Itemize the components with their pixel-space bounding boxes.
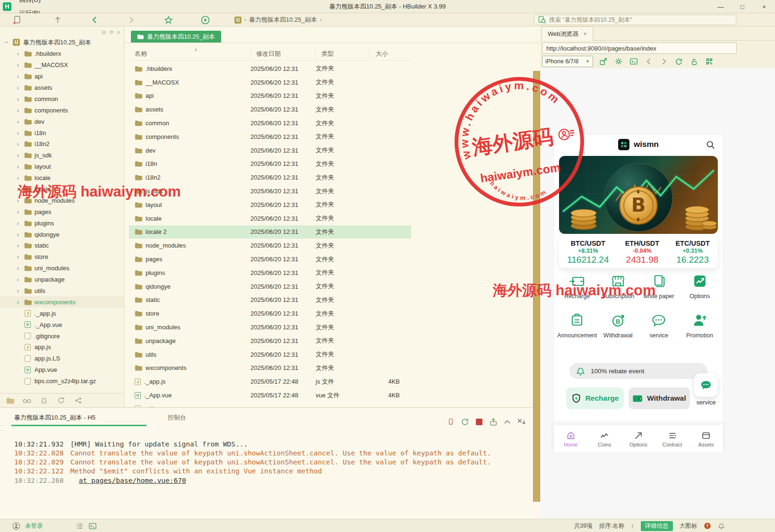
table-row[interactable]: js_sdk2025/06/20 12:31文件夹 — [129, 184, 411, 198]
back-icon[interactable] — [644, 57, 653, 66]
share-icon[interactable] — [74, 396, 82, 405]
refresh-icon[interactable] — [57, 396, 65, 405]
forward-icon[interactable] — [127, 15, 136, 25]
explorer-menu-icon[interactable]: ≡ — [117, 29, 120, 35]
breadcrumb-project[interactable]: 暴力熊版本四10.25_副本 — [249, 16, 317, 24]
ticker-btc[interactable]: BTC/USDT+8.31%116212.24 — [567, 240, 609, 265]
nav-home[interactable]: Home — [554, 425, 588, 453]
device-select[interactable]: iPhone 6/7/8 ▼ — [542, 56, 593, 67]
tree-item-pages[interactable]: ›pages — [0, 206, 124, 217]
table-row[interactable]: .hbuilderx2025/06/20 12:31文件夹 — [129, 62, 411, 76]
table-row[interactable]: common2025/06/20 12:31文件夹 — [129, 116, 411, 130]
tree-item-app-js[interactable]: Japp.js — [0, 342, 124, 353]
terminal-icon[interactable] — [89, 523, 96, 530]
minimize-button[interactable]: — — [710, 0, 732, 13]
tree-item-qidongye[interactable]: ›qidongye — [0, 229, 124, 240]
table-row[interactable]: locale 22025/06/20 12:31文件夹 — [129, 225, 411, 239]
close-button[interactable]: × — [753, 0, 775, 13]
panel-scroll-strip[interactable] — [533, 71, 540, 502]
login-status[interactable]: 未登录 — [25, 522, 43, 530]
nav-contract[interactable]: Contract — [655, 425, 689, 453]
tree-item-i18n[interactable]: ›i18n — [0, 127, 124, 138]
tree-item-js-sdk[interactable]: ›js_sdk — [0, 150, 124, 161]
user-avatar-icon[interactable] — [12, 522, 20, 530]
tree-item-locale[interactable]: ›locale — [0, 172, 124, 184]
tree-item-app-vue[interactable]: VApp.vue — [0, 364, 124, 376]
table-row[interactable]: uni_modules2025/06/20 12:31文件夹 — [129, 320, 411, 334]
preview-glasses-icon[interactable] — [23, 396, 31, 405]
view-detail-toggle[interactable]: 详细信息 — [641, 521, 673, 531]
tree-item-common[interactable]: ›common — [0, 93, 124, 104]
browser-tab-close-icon[interactable]: × — [584, 31, 587, 37]
table-row[interactable]: utils2025/06/20 12:31文件夹 — [129, 348, 411, 361]
table-row[interactable]: J._app.js2025/05/17 22:48js 文件4KB — [129, 375, 411, 388]
table-row[interactable]: pages2025/06/20 12:31文件夹 — [129, 252, 411, 266]
goto-parent-icon[interactable] — [53, 15, 62, 25]
recharge-button[interactable]: Recharge — [566, 387, 624, 409]
tree-item-wxcomponents[interactable]: ›wxcomponents — [0, 296, 124, 308]
tree-item--gitignore[interactable]: .gitignore — [0, 330, 124, 342]
tree-item-node-modules[interactable]: ›node_modules — [0, 195, 124, 206]
feature-announcement[interactable]: Announcement — [557, 312, 598, 339]
table-row[interactable]: .gitignore — [129, 402, 411, 407]
clear-icon[interactable] — [517, 417, 526, 426]
breadcrumb[interactable]: U › 暴力熊版本四10.25_副本 › — [234, 13, 322, 26]
tree-item-dev[interactable]: ›dev — [0, 116, 124, 127]
qrcode-icon[interactable] — [705, 57, 714, 66]
tree-item-i18n2[interactable]: ›i18n2 — [0, 138, 124, 150]
sort-direction[interactable]: ↑ — [631, 523, 634, 529]
withdrawal-button[interactable]: Withdrawal — [629, 387, 690, 409]
back-icon[interactable] — [90, 15, 99, 25]
tree-item-layout[interactable]: ›layout — [0, 161, 124, 172]
tree-item---app-vue[interactable]: V._App.vue — [0, 319, 124, 330]
tree-item---macosx[interactable]: ›__MACOSX — [0, 60, 124, 71]
file-list-tab[interactable]: 暴力熊版本四10.25_副本 — [131, 31, 221, 43]
collapse-all-icon[interactable]: ⊟ — [102, 29, 106, 35]
service-float[interactable]: service — [694, 373, 718, 406]
table-row[interactable]: plugins2025/06/20 12:31文件夹 — [129, 266, 411, 280]
feature-recharge[interactable]: Recharge — [557, 273, 598, 300]
rebate-banner[interactable]: 100% rebate event — [569, 363, 707, 379]
tree-item-utils[interactable]: ›utils — [0, 285, 124, 297]
tree-item-uni-modules[interactable]: ›uni_modules — [0, 263, 124, 274]
console-tab-console[interactable]: 控制台 — [168, 413, 186, 422]
service-chat-icon[interactable] — [694, 373, 718, 397]
feature-white-paper[interactable]: white paper — [638, 273, 680, 300]
app-search-icon[interactable] — [706, 140, 715, 150]
column-header-type[interactable]: 类型 — [316, 49, 370, 59]
tree-item-components[interactable]: ›components — [0, 104, 124, 116]
table-row[interactable]: __MACOSX2025/06/20 12:31文件夹 — [129, 76, 411, 89]
menu-item[interactable]: 跳转(G) — [15, 0, 45, 7]
refresh-icon[interactable] — [674, 57, 683, 66]
table-row[interactable]: unpackage2025/06/20 12:31文件夹 — [129, 334, 411, 348]
tree-item---app-js[interactable]: J._app.js — [0, 308, 124, 319]
global-search-input[interactable]: 搜索 "暴力熊版本四10.25_副本" — [534, 15, 736, 25]
task-list-icon[interactable] — [76, 523, 83, 530]
tree-item-static[interactable]: ›static — [0, 240, 124, 251]
open-external-icon[interactable] — [599, 57, 608, 66]
table-row[interactable]: api2025/06/20 12:31文件夹 — [129, 89, 411, 103]
ticker-etc[interactable]: ETC/USDT+0.31%16.2223 — [675, 240, 710, 265]
column-header-size[interactable]: 大小 — [370, 49, 411, 59]
run-icon[interactable] — [200, 15, 210, 25]
tree-item--hbuilderx[interactable]: ›.hbuilderx — [0, 48, 124, 60]
ticker-eth[interactable]: ETH/USDT-0.04%2431.98 — [625, 240, 660, 265]
tree-item-app-js-ls[interactable]: app.js.LS — [0, 353, 124, 364]
price-ticker[interactable]: BTC/USDT+8.31%116212.24ETH/USDT-0.04%243… — [559, 237, 718, 268]
collapse-icon[interactable] — [503, 417, 512, 426]
feature-options[interactable]: Options — [680, 273, 721, 300]
tree-root[interactable]: ›U暴力熊版本四10.25_副本 — [0, 37, 124, 48]
feature-service[interactable]: service — [638, 312, 680, 339]
maximize-button[interactable]: □ — [732, 0, 753, 13]
column-header-name[interactable]: 名称∧ — [129, 49, 250, 59]
stop-icon[interactable] — [474, 417, 483, 426]
table-row[interactable]: store2025/06/20 12:31文件夹 — [129, 307, 411, 320]
feature-subscription[interactable]: Subscription — [598, 273, 639, 300]
table-row[interactable]: wxcomponents2025/06/20 12:31文件夹 — [129, 361, 411, 375]
tree-item-api[interactable]: ›api — [0, 71, 124, 82]
settings-icon[interactable] — [614, 57, 623, 66]
nav-coins[interactable]: Coins — [588, 425, 622, 453]
table-row[interactable]: static2025/06/20 12:31文件夹 — [129, 293, 411, 307]
feature-withdrawal[interactable]: BWithdrawal — [598, 312, 639, 339]
table-row[interactable]: i18n22025/06/20 12:31文件夹 — [129, 171, 411, 184]
